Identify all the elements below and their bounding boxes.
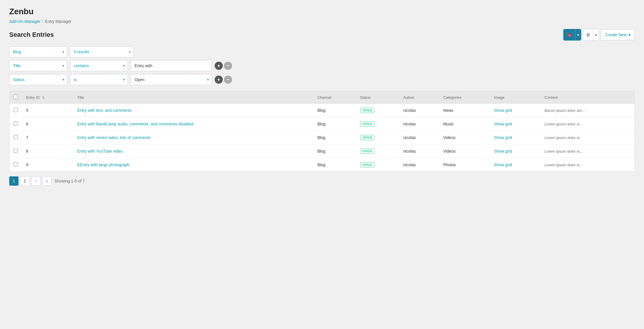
title-filter-input[interactable]: [131, 60, 212, 71]
row-image-6: Show grid: [490, 117, 540, 131]
content-preview-5: Bacon ipsum dolor am...: [544, 108, 585, 113]
row-categories-8: Videos: [439, 145, 490, 158]
table-row: 5 Entry with text, and comments Blog OPE…: [10, 104, 634, 117]
add-filter-button-row3[interactable]: +: [215, 76, 223, 84]
status-badge-6: OPEN: [360, 121, 374, 127]
entry-link-9[interactable]: EEntry with large photograph: [77, 162, 130, 167]
show-grid-link-9[interactable]: Show grid: [494, 162, 512, 167]
row-author-5: nicolas: [399, 104, 439, 117]
row-id-5: 5: [22, 104, 73, 117]
create-new-button[interactable]: Create New ▾: [601, 29, 635, 40]
show-grid-link-7[interactable]: Show grid: [494, 135, 512, 140]
channel-select[interactable]: Blog News Videos: [9, 46, 67, 57]
last-page-button[interactable]: »: [42, 176, 51, 186]
row-title-8: Entry with YouTube video: [73, 145, 313, 158]
channel-select-wrapper: Blog News Videos ▾: [9, 46, 67, 57]
row-categories-6: Music: [439, 117, 490, 131]
row-content-8: Lorem ipsum dolor si...: [540, 145, 634, 158]
row-checkbox-5: [10, 104, 22, 117]
filter-row-1: Blog News Videos ▾ 5 results 10 results …: [9, 46, 635, 57]
row-checkbox-7: [10, 131, 22, 145]
entry-link-6[interactable]: Entry with BandCamp audio, comments, and…: [77, 122, 194, 126]
bookmark-button[interactable]: 🔖: [564, 29, 575, 40]
th-author: Author: [399, 91, 439, 104]
status-badge-9: OPEN: [360, 162, 374, 167]
results-select-wrapper: 5 results 10 results 25 results ▾: [70, 46, 134, 57]
status-value-select-wrapper: Open Closed Pending ▾: [131, 74, 212, 85]
field-select[interactable]: Title Status Author Channel: [9, 60, 67, 71]
page-2-button[interactable]: 2: [20, 176, 30, 186]
remove-filter-button-row2[interactable]: −: [224, 62, 232, 70]
row-checkbox-input-6[interactable]: [14, 121, 18, 126]
row-categories-7: Videos: [439, 131, 490, 145]
status-value-select[interactable]: Open Closed Pending: [131, 74, 212, 85]
table-row: 9 EEntry with large photograph Blog OPEN…: [10, 158, 634, 172]
row-status-9: OPEN: [356, 158, 399, 172]
gear-button[interactable]: ⚙: [583, 29, 593, 40]
row-checkbox-input-8[interactable]: [14, 149, 18, 153]
row-checkbox-input-7[interactable]: [14, 135, 18, 139]
operator-select-wrapper: contains is starts with ▾: [70, 60, 128, 71]
search-filters: Blog News Videos ▾ 5 results 10 results …: [9, 46, 635, 85]
show-grid-link-5[interactable]: Show grid: [494, 108, 512, 113]
status-field-select[interactable]: Status Title Author: [9, 74, 67, 85]
row-content-5: Bacon ipsum dolor am...: [540, 104, 634, 117]
table-body: 5 Entry with text, and comments Blog OPE…: [10, 104, 634, 172]
row-channel-5: Blog: [313, 104, 356, 117]
breadcrumb-separator: /: [42, 19, 43, 24]
row-image-8: Show grid: [490, 145, 540, 158]
status-badge-5: OPEN: [360, 108, 374, 113]
row-checkbox-input-9[interactable]: [14, 162, 18, 167]
show-grid-link-8[interactable]: Show grid: [494, 149, 512, 153]
row-id-6: 6: [22, 117, 73, 131]
page-wrapper: Zenbu Add-On Manager / Entry Manager Sea…: [0, 0, 644, 329]
pagination: 1 2 › »: [9, 176, 51, 186]
add-remove-buttons-row3: + −: [215, 76, 232, 84]
th-entry-id[interactable]: Entry ID ⇅: [22, 91, 73, 104]
row-author-7: nicolas: [399, 131, 439, 145]
header-actions: 🔖 ▾ ⚙ ▾ Create New ▾: [563, 29, 635, 41]
next-page-button[interactable]: ›: [31, 176, 41, 186]
status-badge-7: OPEN: [360, 135, 374, 140]
row-image-5: Show grid: [490, 104, 540, 117]
breadcrumb-addon-manager[interactable]: Add-On Manager: [9, 19, 40, 24]
th-categories: Categories: [439, 91, 490, 104]
row-categories-9: Photos: [439, 158, 490, 172]
entry-link-5[interactable]: Entry with text, and comments: [77, 108, 132, 113]
row-checkbox-input-5[interactable]: [14, 108, 18, 112]
th-image: Image: [490, 91, 540, 104]
row-image-9: Show grid: [490, 158, 540, 172]
status-operator-select[interactable]: is contains is not: [70, 74, 128, 85]
row-status-7: OPEN: [356, 131, 399, 145]
filter-row-2: Title Status Author Channel ▾ contains i…: [9, 60, 635, 71]
content-preview-8: Lorem ipsum dolor si...: [544, 149, 583, 153]
table-row: 6 Entry with BandCamp audio, comments, a…: [10, 117, 634, 131]
row-image-7: Show grid: [490, 131, 540, 145]
gear-caret-button[interactable]: ▾: [593, 29, 599, 40]
th-entry-id-label: Entry ID: [26, 95, 40, 100]
breadcrumb-current: Entry Manager: [45, 19, 71, 24]
page-1-button[interactable]: 1: [9, 176, 19, 186]
row-id-8: 8: [22, 145, 73, 158]
bookmark-caret-button[interactable]: ▾: [575, 29, 581, 40]
table-row: 8 Entry with YouTube video Blog OPEN nic…: [10, 145, 634, 158]
status-operator-select-wrapper: is contains is not ▾: [70, 74, 128, 85]
entry-link-8[interactable]: Entry with YouTube video: [77, 149, 123, 153]
table-row: 7 Entry with vimeo video, lots of commen…: [10, 131, 634, 145]
sort-icon: ⇅: [42, 96, 45, 100]
showing-text: Showing 1-5 of 7: [54, 179, 85, 183]
operator-select[interactable]: contains is starts with: [70, 60, 128, 71]
header-row: Search Entries 🔖 ▾ ⚙ ▾ Create New ▾: [9, 29, 635, 41]
row-status-6: OPEN: [356, 117, 399, 131]
add-filter-button-row2[interactable]: +: [215, 62, 223, 70]
remove-filter-button-row3[interactable]: −: [224, 76, 232, 84]
results-select[interactable]: 5 results 10 results 25 results: [70, 46, 134, 57]
th-checkbox: [10, 91, 22, 104]
row-channel-7: Blog: [313, 131, 356, 145]
row-status-5: OPEN: [356, 104, 399, 117]
select-all-checkbox[interactable]: [14, 95, 18, 99]
show-grid-link-6[interactable]: Show grid: [494, 122, 512, 126]
create-new-label: Create New: [605, 32, 627, 37]
entry-link-7[interactable]: Entry with vimeo video, lots of comments: [77, 135, 151, 140]
pagination-row: 1 2 › » Showing 1-5 of 7: [9, 176, 635, 186]
